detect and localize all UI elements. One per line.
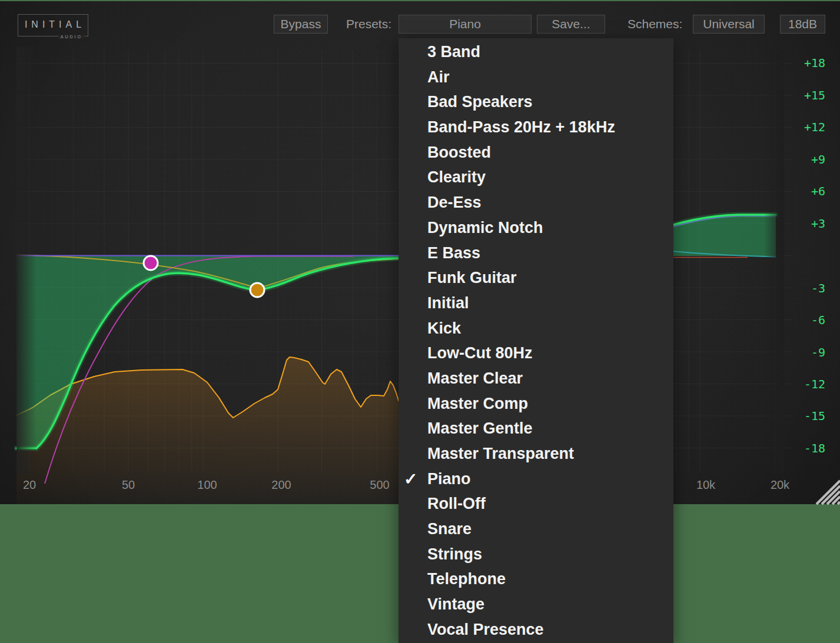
menu-item-3-band[interactable]: 3 Band xyxy=(399,39,673,65)
menu-item-label: Master Clear xyxy=(427,369,523,387)
menu-item-label: Bad Speakers xyxy=(427,93,533,111)
menu-item-label: 3 Band xyxy=(427,43,480,61)
menu-item-initial[interactable]: Initial xyxy=(399,291,673,316)
menu-item-label: Snare xyxy=(427,520,472,538)
menu-item-label: De-Ess xyxy=(427,194,482,211)
menu-item-label: E Bass xyxy=(427,244,480,262)
menu-item-label: Master Comp xyxy=(427,395,528,412)
menu-item-boosted[interactable]: Boosted xyxy=(399,140,673,165)
menu-item-label: Boosted xyxy=(427,144,491,161)
menu-item-label: Low-Cut 80Hz xyxy=(427,344,533,362)
schemes-label: Schemes: xyxy=(627,15,682,34)
menu-item-bad-speakers[interactable]: Bad Speakers xyxy=(399,89,673,115)
menu-item-label: Master Transparent xyxy=(427,445,574,462)
menu-item-dynamic-notch[interactable]: Dynamic Notch xyxy=(399,215,673,241)
menu-item-vintage[interactable]: Vintage xyxy=(399,592,673,617)
bypass-button[interactable]: Bypass xyxy=(274,15,328,34)
menu-item-master-transparent[interactable]: Master Transparent xyxy=(399,441,673,467)
initial-audio-logo: INITIAL AUDIO xyxy=(18,14,88,36)
menu-item-kick[interactable]: Kick xyxy=(399,316,673,341)
preset-select[interactable]: Piano xyxy=(399,15,532,34)
menu-item-label: Piano xyxy=(427,470,471,488)
preset-menu: 3 BandAirBad SpeakersBand-Pass 20Hz + 18… xyxy=(399,38,673,643)
logo-text: INITIAL xyxy=(18,15,88,34)
menu-item-label: Dynamic Notch xyxy=(427,219,543,236)
menu-item-roll-off[interactable]: Roll-Off xyxy=(399,491,673,517)
menu-item-band-pass-20hz-18khz[interactable]: Band-Pass 20Hz + 18kHz xyxy=(399,115,673,140)
menu-item-label: Clearity xyxy=(427,168,486,186)
menu-item-clearity[interactable]: Clearity xyxy=(399,165,673,190)
menu-item-label: Strings xyxy=(427,545,482,563)
menu-item-label: Roll-Off xyxy=(427,495,486,512)
menu-item-air[interactable]: Air xyxy=(399,65,673,90)
menu-item-vocal-presence[interactable]: Vocal Presence xyxy=(399,617,673,642)
menu-item-master-comp[interactable]: Master Comp xyxy=(399,391,673,417)
scheme-select[interactable]: Universal xyxy=(693,15,765,34)
menu-item-label: Telephone xyxy=(427,570,506,588)
menu-item-e-bass[interactable]: E Bass xyxy=(399,241,673,266)
menu-item-label: Band-Pass 20Hz + 18kHz xyxy=(427,118,615,136)
db-range-button[interactable]: 18dB xyxy=(780,15,825,34)
menu-item-strings[interactable]: Strings xyxy=(399,542,673,567)
menu-item-label: Kick xyxy=(427,319,461,337)
menu-item-snare[interactable]: Snare xyxy=(399,517,673,542)
menu-item-label: Master Gentle xyxy=(427,419,533,437)
save-preset-button[interactable]: Save... xyxy=(537,15,605,34)
menu-item-funk-guitar[interactable]: Funk Guitar xyxy=(399,265,673,291)
presets-label: Presets: xyxy=(346,15,391,34)
menu-item-master-gentle[interactable]: Master Gentle xyxy=(399,416,673,441)
menu-item-piano[interactable]: ✓Piano xyxy=(399,467,673,492)
menu-item-label: Vintage xyxy=(427,595,484,613)
checkmark-icon: ✓ xyxy=(404,467,417,492)
logo-subtext: AUDIO xyxy=(58,35,85,39)
menu-item-low-cut-80hz[interactable]: Low-Cut 80Hz xyxy=(399,341,673,366)
menu-item-label: Initial xyxy=(427,294,469,312)
menu-item-telephone[interactable]: Telephone xyxy=(399,567,673,592)
menu-item-label: Vocal Presence xyxy=(427,621,544,638)
menu-item-de-ess[interactable]: De-Ess xyxy=(399,190,673,215)
menu-item-label: Air xyxy=(427,68,450,86)
menu-item-master-clear[interactable]: Master Clear xyxy=(399,366,673,391)
menu-item-label: Funk Guitar xyxy=(427,269,517,286)
